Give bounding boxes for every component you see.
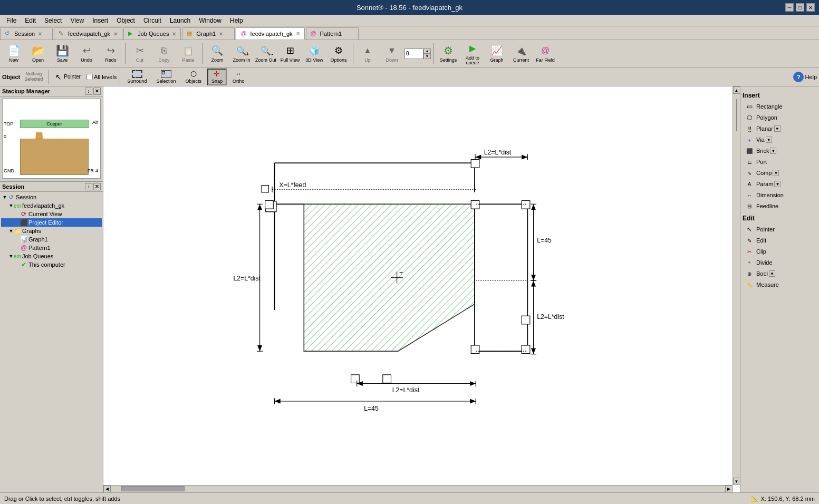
menu-edit[interactable]: Edit xyxy=(21,16,40,25)
options-button[interactable]: ⚙ Options xyxy=(327,42,350,66)
menu-window[interactable]: Window xyxy=(195,16,226,25)
far-field-button[interactable]: @ Far Field xyxy=(534,42,557,66)
3d-view-button[interactable]: 🧊 3D View xyxy=(303,42,326,66)
menu-circuit[interactable]: Circuit xyxy=(139,16,166,25)
planar-dropdown[interactable]: ▼ xyxy=(774,125,781,132)
add-to-queue-button[interactable]: ▶ Add to queue xyxy=(461,42,484,66)
via-dropdown[interactable]: ▼ xyxy=(766,137,772,143)
stackup-close-btn[interactable]: ✕ xyxy=(93,88,101,95)
session-close-btn[interactable]: ✕ xyxy=(93,183,101,190)
tree-arrow-job-queues[interactable]: ▼ xyxy=(8,254,14,259)
objects-button[interactable]: ⬡ Objects xyxy=(181,69,205,85)
layer-spin-buttons[interactable]: ▲ ▼ xyxy=(423,49,431,59)
edit-pointer-btn[interactable]: ↖ Pointer xyxy=(743,224,817,235)
brick-dropdown[interactable]: ▼ xyxy=(770,148,776,154)
edit-bool-btn[interactable]: ⊕ Bool ▼ xyxy=(743,268,817,279)
zoom-out-button[interactable]: 🔍- Zoom Out xyxy=(254,42,277,66)
tree-arrow-pattern1[interactable] xyxy=(15,245,20,250)
menu-help[interactable]: Help xyxy=(226,16,247,25)
scroll-h-track[interactable] xyxy=(111,486,725,493)
tab-feedviapatch1-close[interactable]: ✕ xyxy=(113,31,118,37)
insert-rectangle-btn[interactable]: ▭ Rectangle xyxy=(743,101,817,112)
comp-dropdown[interactable]: ▼ xyxy=(773,170,779,176)
current-button[interactable]: 🔌 Current xyxy=(509,42,533,66)
maximize-button[interactable]: □ xyxy=(796,3,804,12)
layer-spin-up[interactable]: ▲ xyxy=(423,49,431,54)
insert-dimension-btn[interactable]: ↔ Dimension xyxy=(743,190,817,200)
tree-arrow-session[interactable]: ▼ xyxy=(2,195,7,200)
paste-button[interactable]: 📋 Paste xyxy=(177,42,200,66)
scroll-up-btn[interactable]: ▲ xyxy=(733,86,740,94)
full-view-button[interactable]: ⊞ Full View xyxy=(278,42,302,66)
insert-port-btn[interactable]: ⊏ Port xyxy=(743,157,817,167)
graph-button[interactable]: 📈 Graph xyxy=(485,42,508,66)
edit-edit-btn[interactable]: ✎ Edit xyxy=(743,235,817,246)
tree-item-this-computer[interactable]: ✔ This computer xyxy=(1,260,102,269)
tree-item-pattern1[interactable]: @ Pattern1 xyxy=(1,244,102,252)
menu-select[interactable]: Select xyxy=(40,16,66,25)
window-controls[interactable]: ─ □ ✕ xyxy=(785,3,815,12)
insert-param-btn[interactable]: A Param ▼ xyxy=(743,179,817,189)
insert-via-btn[interactable]: ⬧ Via ▼ xyxy=(743,134,817,145)
undo-button[interactable]: ↩ Undo xyxy=(75,42,98,66)
tree-item-job-queues[interactable]: ▼ em Job Queues xyxy=(1,252,102,260)
horizontal-scrollbar[interactable]: ◀ ▶ xyxy=(103,485,733,492)
redo-button[interactable]: ↪ Redo xyxy=(99,42,122,66)
up-button[interactable]: ▲ Up xyxy=(356,42,379,66)
pointer-button[interactable]: ↖ Pointer xyxy=(52,69,84,85)
save-button[interactable]: 💾 Save xyxy=(51,42,74,66)
new-button[interactable]: 📄 New xyxy=(2,42,25,66)
tree-arrow-this-computer[interactable] xyxy=(15,262,20,267)
snap-button[interactable]: ✛ Snap xyxy=(207,69,227,85)
scroll-v-track[interactable] xyxy=(736,94,737,478)
param-dropdown[interactable]: ▼ xyxy=(774,181,781,187)
edit-clip-btn[interactable]: ✂ Clip xyxy=(743,246,817,257)
all-levels-checkbox[interactable] xyxy=(86,74,93,80)
session-restore-btn[interactable]: ↕ xyxy=(85,183,92,190)
open-button[interactable]: 📂 Open xyxy=(26,42,50,66)
tab-feedviapatch2-close[interactable]: ✕ xyxy=(296,31,300,36)
scroll-down-btn[interactable]: ▼ xyxy=(733,478,740,485)
insert-planar-btn[interactable]: ⣿ Planar ▼ xyxy=(743,123,817,134)
insert-feedline-btn[interactable]: ⊟ Feedline xyxy=(743,201,817,211)
session-controls[interactable]: ↕ ✕ xyxy=(85,183,101,190)
insert-comp-btn[interactable]: ∿ Comp ▼ xyxy=(743,168,817,178)
stackup-controls[interactable]: ↕ ✕ xyxy=(85,88,101,95)
tab-session[interactable]: ↺ Session ✕ xyxy=(0,27,53,40)
close-button[interactable]: ✕ xyxy=(806,3,815,12)
tab-session-close[interactable]: ✕ xyxy=(38,31,42,37)
tree-item-current-view[interactable]: ⟳ Current View xyxy=(1,210,102,218)
tree-item-feedviapatch[interactable]: ▼ em feedviapatch_gk xyxy=(1,201,102,210)
tree-arrow-current-view[interactable] xyxy=(15,211,20,217)
ortho-button[interactable]: ↔ Ortho xyxy=(229,69,248,85)
layer-spin-down[interactable]: ▼ xyxy=(423,54,431,59)
tab-pattern1[interactable]: @ Pattern1 xyxy=(306,27,359,40)
minimize-button[interactable]: ─ xyxy=(785,3,794,12)
menu-file[interactable]: File xyxy=(2,16,21,25)
menu-object[interactable]: Object xyxy=(112,16,139,25)
tree-arrow-project-editor[interactable] xyxy=(15,220,20,225)
help-icon-circle[interactable]: ? xyxy=(793,72,804,82)
zoom-in-button[interactable]: 🔍+ Zoom In xyxy=(230,42,253,66)
tab-feedviapatch1[interactable]: ✎ feedviapatch_gk ✕ xyxy=(54,27,122,40)
tree-item-session[interactable]: ▼ ↺ Session xyxy=(1,193,102,201)
menu-view[interactable]: View xyxy=(66,16,88,25)
insert-brick-btn[interactable]: ⬛ Brick ▼ xyxy=(743,146,817,156)
tab-jobqueues[interactable]: ▶ Job Queues ✕ xyxy=(123,27,181,40)
scroll-right-btn[interactable]: ▶ xyxy=(725,486,733,493)
menu-insert[interactable]: Insert xyxy=(88,16,112,25)
edit-measure-btn[interactable]: 📏 Measure xyxy=(743,279,817,290)
tree-item-graphs[interactable]: ▼ 📁 Graphs xyxy=(1,227,102,235)
canvas-area[interactable]: + L2=L*dist X=L*feed L2=L*dist xyxy=(103,86,740,492)
tab-graph1-close[interactable]: ✕ xyxy=(219,31,223,37)
tab-feedviapatch2[interactable]: @ feedviapatch_gk ✕ xyxy=(236,27,304,40)
tree-arrow-graph1[interactable] xyxy=(15,237,20,242)
stackup-restore-btn[interactable]: ↕ xyxy=(85,88,92,95)
copy-button[interactable]: ⎘ Copy xyxy=(152,42,176,66)
layer-input[interactable] xyxy=(404,49,423,59)
tab-graph1[interactable]: ▦ Graph1 ✕ xyxy=(182,27,235,40)
cut-button[interactable]: ✂ Cut xyxy=(128,42,151,66)
bool-dropdown[interactable]: ▼ xyxy=(769,270,775,277)
selection-button[interactable]: Selection xyxy=(152,69,179,85)
scroll-left-btn[interactable]: ◀ xyxy=(103,486,111,493)
